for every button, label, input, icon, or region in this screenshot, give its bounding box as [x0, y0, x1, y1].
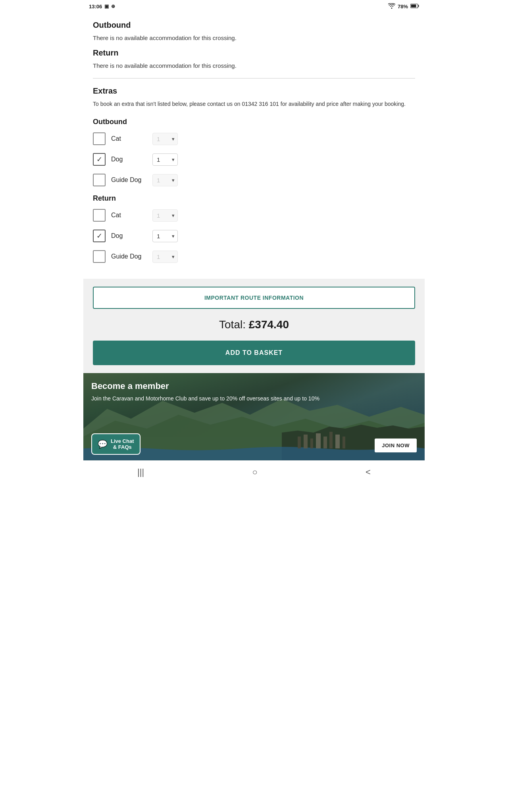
return-accommodation-text: There is no available accommodation for … — [93, 61, 415, 71]
outbound-dog-label: Dog — [111, 156, 147, 163]
return-cat-checkbox[interactable] — [93, 209, 106, 222]
outbound-heading: Outbound — [93, 21, 415, 30]
outbound-accommodation-text: There is no available accommodation for … — [93, 34, 415, 43]
wifi-icon — [388, 3, 395, 10]
main-content: Outbound There is no available accommoda… — [83, 13, 425, 279]
outbound-dog-checkbox[interactable] — [93, 153, 106, 166]
chat-icon: 💬 — [98, 439, 108, 449]
time-display: 13:06 — [89, 4, 102, 10]
return-cat-quantity[interactable]: 1 2 3 — [152, 209, 178, 222]
add-to-basket-button[interactable]: ADD TO BASKET — [93, 341, 415, 365]
banner-content: Become a member Join the Caravan and Mot… — [83, 373, 425, 411]
return-cat-select-wrapper: 1 2 3 — [152, 209, 178, 222]
member-banner: Become a member Join the Caravan and Mot… — [83, 373, 425, 460]
extra-row-outbound-cat: Cat 1 2 3 — [93, 132, 415, 145]
extras-return-heading: Return — [93, 194, 415, 203]
svg-rect-1 — [418, 5, 419, 7]
return-guide-dog-quantity[interactable]: 1 2 3 — [152, 251, 178, 263]
total-label: Total: — [219, 318, 246, 331]
join-now-button[interactable]: JOIN NOW — [375, 439, 417, 452]
nav-bar: ||| ○ < — [83, 460, 425, 484]
return-cat-label: Cat — [111, 212, 147, 219]
svg-rect-2 — [411, 4, 416, 7]
banner-text: Join the Caravan and Motorhome Club and … — [91, 395, 352, 403]
battery-icon — [410, 4, 419, 10]
outbound-guide-dog-select-wrapper: 1 2 3 — [152, 174, 178, 186]
extras-section: Extras To book an extra that isn't liste… — [93, 86, 415, 263]
menu-nav-icon[interactable]: ||| — [137, 467, 144, 477]
total-display: Total: £374.40 — [93, 318, 415, 331]
extra-row-outbound-guide-dog: Guide Dog 1 2 3 — [93, 174, 415, 186]
outbound-cat-label: Cat — [111, 135, 147, 142]
extras-heading: Extras — [93, 86, 415, 96]
outbound-cat-checkbox[interactable] — [93, 132, 106, 145]
live-chat-button[interactable]: 💬 Live Chat & FAQs — [91, 433, 140, 455]
home-nav-icon[interactable]: ○ — [252, 467, 257, 477]
route-info-button[interactable]: IMPORTANT ROUTE INFORMATION — [93, 287, 415, 309]
return-heading: Return — [93, 48, 415, 57]
svg-rect-11 — [343, 437, 345, 448]
sim-icon: ▣ — [104, 4, 109, 9]
svg-rect-6 — [310, 439, 313, 448]
extra-row-return-guide-dog: Guide Dog 1 2 3 — [93, 250, 415, 263]
svg-rect-4 — [298, 437, 301, 448]
battery-display: 78% — [398, 4, 408, 10]
extra-row-outbound-dog: Dog 1 2 3 — [93, 153, 415, 166]
return-dog-select-wrapper: 1 2 3 — [152, 230, 178, 242]
bottom-section: IMPORTANT ROUTE INFORMATION Total: £374.… — [83, 279, 425, 373]
status-bar: 13:06 ▣ ⊕ 78% — [83, 0, 425, 13]
return-guide-dog-checkbox[interactable] — [93, 250, 106, 263]
return-guide-dog-select-wrapper: 1 2 3 — [152, 251, 178, 263]
total-amount: £374.40 — [249, 318, 289, 331]
svg-rect-8 — [323, 437, 327, 448]
live-chat-label: Live Chat & FAQs — [111, 438, 134, 450]
extra-row-return-cat: Cat 1 2 3 — [93, 209, 415, 222]
outbound-guide-dog-quantity[interactable]: 1 2 3 — [152, 174, 178, 186]
svg-rect-9 — [329, 432, 333, 448]
outbound-dog-select-wrapper: 1 2 3 — [152, 153, 178, 166]
status-time: 13:06 ▣ ⊕ — [89, 4, 115, 10]
extras-description: To book an extra that isn't listed below… — [93, 100, 415, 108]
outbound-cat-select-wrapper: 1 2 3 — [152, 133, 178, 145]
outbound-guide-dog-label: Guide Dog — [111, 176, 147, 184]
outbound-cat-quantity[interactable]: 1 2 3 — [152, 133, 178, 145]
svg-rect-10 — [335, 435, 340, 448]
return-dog-checkbox[interactable] — [93, 230, 106, 242]
outbound-guide-dog-checkbox[interactable] — [93, 174, 106, 186]
return-guide-dog-label: Guide Dog — [111, 253, 147, 260]
return-dog-quantity[interactable]: 1 2 3 — [152, 230, 178, 242]
status-indicators: 78% — [388, 3, 419, 10]
section-divider — [93, 78, 415, 79]
back-nav-icon[interactable]: < — [366, 467, 371, 477]
return-dog-label: Dog — [111, 232, 147, 239]
signal-icon: ⊕ — [111, 4, 115, 9]
svg-rect-7 — [316, 433, 321, 448]
svg-rect-5 — [304, 435, 308, 448]
extras-outbound-heading: Outbound — [93, 118, 415, 126]
outbound-dog-quantity[interactable]: 1 2 3 — [152, 153, 178, 166]
extra-row-return-dog: Dog 1 2 3 — [93, 230, 415, 242]
banner-title: Become a member — [91, 381, 417, 391]
